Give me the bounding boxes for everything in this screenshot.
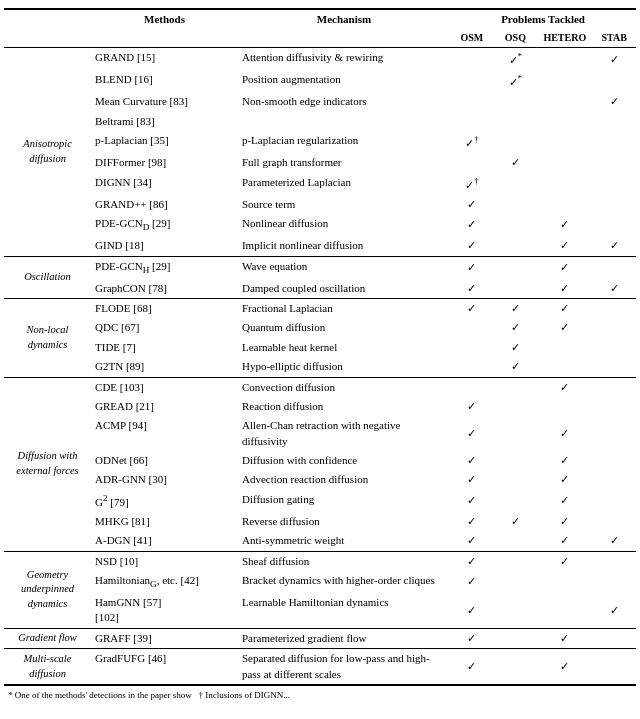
stab-cell: ✓: [592, 593, 636, 628]
table-row: Gradient flowGRAFF [39]Parameterized gra…: [4, 628, 636, 648]
method-cell: DIFFormer [98]: [91, 153, 238, 172]
method-cell: CDE [103]: [91, 377, 238, 397]
osq-cell: ✓: [494, 357, 538, 377]
stab-cell: [592, 131, 636, 153]
osq-cell: [494, 195, 538, 214]
osm-cell: ✓†: [450, 131, 494, 153]
table-row: G2 [79]Diffusion gating✓✓: [4, 490, 636, 512]
hetero-cell: [537, 153, 592, 172]
mechanism-cell: Wave equation: [238, 256, 450, 279]
mechanism-cell: Learnable heat kernel: [238, 338, 450, 357]
table-row: GIND [18]Implicit nonlinear diffusion✓✓✓: [4, 236, 636, 256]
osq-cell: [494, 593, 538, 628]
table-row: TIDE [7]Learnable heat kernel✓: [4, 338, 636, 357]
hetero-cell: [537, 571, 592, 593]
osm-cell: ✓: [450, 298, 494, 318]
method-cell: BLEND [16]: [91, 70, 238, 92]
table-row: GRAND++ [86]Source term✓: [4, 195, 636, 214]
osq-cell: [494, 571, 538, 593]
osm-cell: ✓†: [450, 173, 494, 195]
osm-cell: [450, 70, 494, 92]
hetero-cell: [537, 338, 592, 357]
stab-cell: [592, 214, 636, 236]
osm-cell: [450, 112, 494, 131]
osq-cell: [494, 470, 538, 489]
stab-cell: [592, 490, 636, 512]
stab-cell: ✓: [592, 48, 636, 71]
osm-cell: ✓: [450, 195, 494, 214]
mechanism-cell: Reverse diffusion: [238, 512, 450, 531]
osm-cell: ✓: [450, 451, 494, 470]
hetero-cell: [537, 92, 592, 111]
mechanism-cell: Diffusion gating: [238, 490, 450, 512]
table-row: HamiltonianG, etc. [42]Bracket dynamics …: [4, 571, 636, 593]
method-cell: Mean Curvature [83]: [91, 92, 238, 111]
table-row: GREAD [21]Reaction diffusion✓: [4, 397, 636, 416]
osm-cell: ✓: [450, 512, 494, 531]
stab-cell: [592, 357, 636, 377]
mechanism-cell: Implicit nonlinear diffusion: [238, 236, 450, 256]
osm-cell: ✓: [450, 279, 494, 299]
method-cell: HamGNN [57][102]: [91, 593, 238, 628]
mechanism-cell: p-Laplacian regularization: [238, 131, 450, 153]
mechanism-cell: Fractional Laplacian: [238, 298, 450, 318]
osq-cell: ✓: [494, 512, 538, 531]
mechanism-cell: Sheaf diffusion: [238, 551, 450, 571]
hetero-cell: [537, 70, 592, 92]
table-row: Non-local dynamicsFLODE [68]Fractional L…: [4, 298, 636, 318]
hetero-header: HETERO: [537, 29, 592, 48]
method-cell: G2TN [89]: [91, 357, 238, 377]
method-cell: GRAND [15]: [91, 48, 238, 71]
hetero-cell: ✓: [537, 236, 592, 256]
table-row: GraphCON [78]Damped coupled oscillation✓…: [4, 279, 636, 299]
hetero-cell: [537, 397, 592, 416]
table-row: Beltrami [83]: [4, 112, 636, 131]
method-cell: QDC [67]: [91, 318, 238, 337]
comparison-table: Methods Mechanism Problems Tackled OSM O…: [4, 8, 636, 686]
hetero-cell: ✓: [537, 551, 592, 571]
header-row-1: Methods Mechanism Problems Tackled: [4, 9, 636, 29]
mechanism-cell: Advection reaction diffusion: [238, 470, 450, 489]
category-cell: Anisotropic diffusion: [4, 48, 91, 256]
method-cell: p-Laplacian [35]: [91, 131, 238, 153]
osm-cell: ✓: [450, 628, 494, 648]
stab-cell: [592, 173, 636, 195]
table-row: MHKG [81]Reverse diffusion✓✓✓: [4, 512, 636, 531]
osm-cell: ✓: [450, 531, 494, 551]
empty-header: [4, 9, 91, 29]
osq-cell: [494, 131, 538, 153]
osq-cell: [494, 397, 538, 416]
osq-cell: [494, 256, 538, 279]
osq-cell: ✓*: [494, 70, 538, 92]
method-cell: TIDE [7]: [91, 338, 238, 357]
osq-cell: [494, 416, 538, 451]
osm-cell: ✓: [450, 571, 494, 593]
mechanism-cell: Hypo-elliptic diffusion: [238, 357, 450, 377]
osq-cell: [494, 490, 538, 512]
method-cell: G2 [79]: [91, 490, 238, 512]
osq-header: OSQ: [494, 29, 538, 48]
osq-cell: [494, 279, 538, 299]
category-cell: Multi-scale diffusion: [4, 649, 91, 685]
hetero-cell: [537, 593, 592, 628]
osq-cell: [494, 214, 538, 236]
osm-cell: ✓: [450, 551, 494, 571]
method-cell: GraphCON [78]: [91, 279, 238, 299]
osq-cell: [494, 531, 538, 551]
mechanism-cell: Convection diffusion: [238, 377, 450, 397]
stab-cell: [592, 451, 636, 470]
hetero-cell: [537, 48, 592, 71]
mechanism-header: Mechanism: [238, 9, 450, 29]
hetero-cell: ✓: [537, 451, 592, 470]
method-cell: PDE-GCND [29]: [91, 214, 238, 236]
osm-cell: ✓: [450, 256, 494, 279]
category-cell: Oscillation: [4, 256, 91, 298]
hetero-cell: ✓: [537, 416, 592, 451]
category-cell: Non-local dynamics: [4, 298, 91, 377]
stab-cell: ✓: [592, 236, 636, 256]
mechanism-cell: Quantum diffusion: [238, 318, 450, 337]
mechanism-cell: [238, 112, 450, 131]
method-cell: PDE-GCNH [29]: [91, 256, 238, 279]
footnote: * One of the methods' detections in the …: [4, 690, 636, 700]
osm-cell: ✓: [450, 593, 494, 628]
